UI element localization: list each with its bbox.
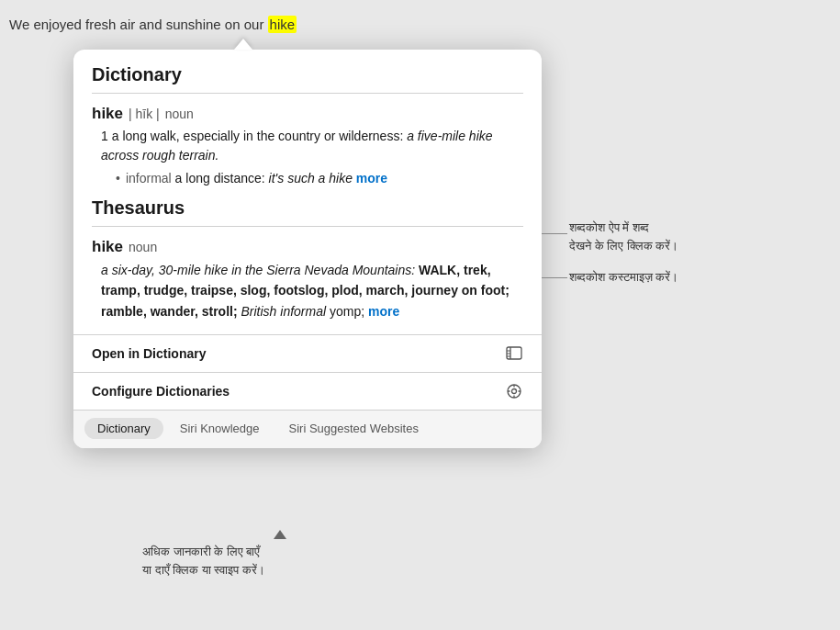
pos-dict: noun bbox=[165, 107, 194, 121]
tab-siri-knowledge[interactable]: Siri Knowledge bbox=[167, 418, 273, 439]
configure-annotation: शब्दकोश कस्टमाइज़ करें। bbox=[569, 268, 808, 287]
pos-thes: noun bbox=[129, 240, 157, 254]
open-dict-label: Open in Dictionary bbox=[92, 346, 206, 361]
configure-icon bbox=[505, 382, 523, 400]
open-dict-annotation-text: शब्दकोश ऐप में शब्द देखने के लिए क्लिक क… bbox=[569, 219, 808, 254]
def-num-1: 1 bbox=[101, 129, 108, 143]
svg-point-6 bbox=[512, 389, 517, 394]
thesaurus-divider bbox=[92, 226, 523, 227]
configure-annotation-line-group bbox=[542, 277, 567, 278]
definition-1: 1a long walk, especially in the country … bbox=[101, 127, 523, 165]
action-open-dict[interactable]: Open in Dictionary bbox=[73, 334, 542, 372]
informal-example: it's such a hike bbox=[269, 171, 353, 186]
word-header-thes: hike noun bbox=[92, 238, 523, 256]
tab-siri-suggested[interactable]: Siri Suggested Websites bbox=[276, 418, 431, 439]
bottom-annotation-text: अधिक जानकारी के लिए बाएँ या दाएँ क्लिक य… bbox=[142, 543, 418, 579]
word-thes: hike bbox=[92, 238, 123, 256]
definition-block: 1a long walk, especially in the country … bbox=[101, 127, 523, 188]
definition-informal: informal a long distance: it's such a hi… bbox=[116, 169, 523, 188]
up-arrow-icon bbox=[274, 530, 286, 539]
dictionary-divider bbox=[92, 93, 523, 94]
thesaurus-title: Thesaurus bbox=[92, 197, 523, 219]
open-dict-annotation-line-group bbox=[542, 233, 567, 234]
dictionary-popup: Dictionary hike | hīk | noun 1a long wal… bbox=[73, 39, 542, 448]
thes-british: British informal bbox=[241, 304, 327, 319]
informal-label: informal bbox=[126, 171, 172, 186]
thesaurus-content: a six-day, 30-mile hike in the Sierra Ne… bbox=[101, 260, 523, 321]
sentence-before: We enjoyed fresh air and sunshine on our bbox=[9, 17, 263, 32]
informal-content: informal a long distance: it's such a hi… bbox=[126, 169, 387, 188]
tab-dictionary[interactable]: Dictionary bbox=[84, 418, 163, 439]
def-text-1: a long walk, especially in the country o… bbox=[112, 129, 404, 143]
word-header-dict: hike | hīk | noun bbox=[92, 105, 523, 123]
background-sentence: We enjoyed fresh air and sunshine on our… bbox=[9, 17, 297, 32]
popup-arrow bbox=[234, 39, 252, 50]
tabs-row: Dictionary Siri Knowledge Siri Suggested… bbox=[73, 410, 542, 448]
action-configure[interactable]: Configure Dictionaries bbox=[73, 372, 542, 410]
open-dict-line bbox=[542, 233, 567, 234]
bottom-arrow bbox=[142, 530, 418, 539]
word-dict: hike bbox=[92, 105, 123, 123]
open-dict-icon bbox=[505, 344, 523, 363]
dictionary-title: Dictionary bbox=[92, 64, 523, 85]
configure-line bbox=[542, 277, 567, 278]
thes-example: a six-day, 30-mile hike in the Sierra Ne… bbox=[101, 263, 415, 277]
dictionary-section: Dictionary hike | hīk | noun 1a long wal… bbox=[92, 64, 523, 188]
highlighted-word: hike bbox=[268, 16, 297, 33]
open-dict-annotation: शब्दकोश ऐप में शब्द देखने के लिए क्लिक क… bbox=[569, 219, 808, 254]
bottom-annotation: अधिक जानकारी के लिए बाएँ या दाएँ क्लिक य… bbox=[142, 530, 418, 579]
more-link-dict[interactable]: more bbox=[356, 171, 387, 186]
popup-body: Dictionary hike | hīk | noun 1a long wal… bbox=[73, 50, 542, 448]
configure-label: Configure Dictionaries bbox=[92, 384, 230, 399]
more-link-thes[interactable]: more bbox=[368, 304, 399, 319]
thesaurus-section: Thesaurus hike noun a six-day, 30-mile h… bbox=[92, 197, 523, 321]
pronunciation: | hīk | bbox=[129, 107, 160, 121]
configure-annotation-text: शब्दकोश कस्टमाइज़ करें। bbox=[569, 268, 808, 287]
popup-scroll-area: Dictionary hike | hīk | noun 1a long wal… bbox=[73, 50, 542, 321]
thes-yomp: yomp; bbox=[330, 304, 364, 319]
